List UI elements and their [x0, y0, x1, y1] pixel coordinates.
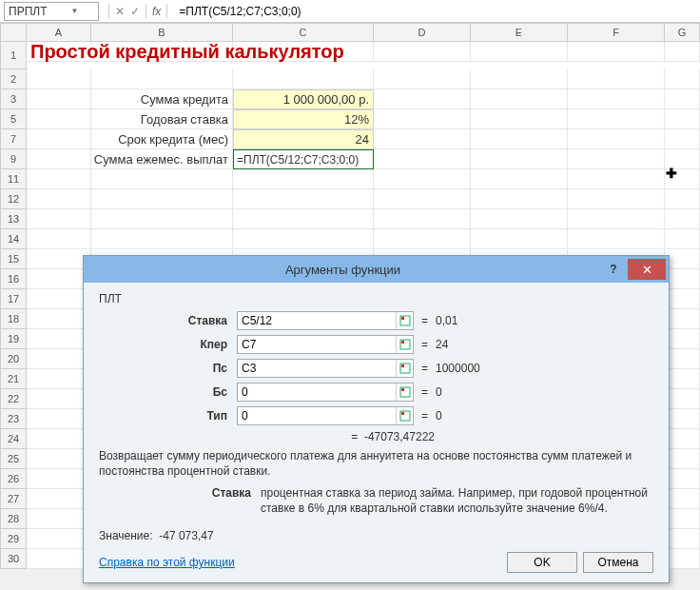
cell[interactable] [27, 429, 91, 449]
cell[interactable] [665, 249, 700, 269]
range-picker-icon[interactable] [396, 336, 413, 353]
cell[interactable] [27, 389, 91, 409]
cell[interactable] [471, 89, 568, 109]
cell[interactable] [27, 189, 91, 209]
cell[interactable] [27, 329, 91, 349]
arg-input[interactable] [238, 360, 396, 377]
cell[interactable] [27, 269, 91, 289]
cell[interactable] [665, 269, 700, 289]
cell[interactable] [27, 69, 91, 89]
cell[interactable] [568, 129, 665, 149]
cell-label[interactable]: Сумма кредита [91, 89, 233, 109]
row-header[interactable]: 18 [0, 309, 27, 329]
row-header[interactable]: 24 [0, 429, 27, 449]
cell[interactable] [471, 42, 568, 62]
cell-label[interactable]: Годовая ставка [91, 109, 233, 129]
cell[interactable] [27, 89, 91, 109]
cell[interactable] [91, 189, 233, 209]
dialog-titlebar[interactable]: Аргументы функции ? ✕ [84, 256, 669, 283]
dialog-help-button[interactable]: ? [602, 263, 625, 276]
ok-button[interactable]: OK [507, 552, 577, 573]
cell[interactable] [665, 529, 700, 549]
row-header[interactable]: 25 [0, 449, 27, 469]
cell[interactable] [665, 409, 700, 429]
cell[interactable] [665, 109, 700, 129]
cell[interactable] [665, 89, 700, 109]
cancel-formula-icon[interactable]: ✕ [115, 5, 125, 18]
row-header[interactable]: 14 [0, 229, 27, 249]
col-header[interactable]: A [27, 23, 91, 42]
cell[interactable] [665, 489, 700, 509]
cell[interactable] [27, 109, 91, 129]
row-header[interactable]: 5 [0, 109, 27, 129]
cell[interactable] [568, 169, 665, 189]
cell[interactable] [471, 109, 568, 129]
cell[interactable] [568, 149, 665, 169]
cell-label[interactable]: Сумма ежемес. выплат [91, 149, 233, 169]
active-cell[interactable]: =ПЛТ(C5/12;C7;C3;0;0) [233, 149, 374, 169]
col-header[interactable]: E [471, 23, 568, 42]
function-help-link[interactable]: Справка по этой функции [99, 556, 235, 569]
cell[interactable] [91, 229, 233, 249]
cell[interactable] [471, 129, 568, 149]
cell[interactable] [27, 509, 91, 529]
range-picker-icon[interactable] [396, 384, 413, 401]
cell[interactable] [233, 169, 374, 189]
arg-input[interactable] [238, 336, 396, 353]
cell[interactable] [374, 129, 471, 149]
cell[interactable] [665, 209, 700, 229]
cell[interactable] [27, 549, 91, 569]
row-header[interactable]: 15 [0, 249, 27, 269]
col-header[interactable]: F [568, 23, 665, 42]
col-header[interactable]: G [665, 23, 700, 42]
name-box[interactable]: ПРПЛТ ▼ [4, 2, 99, 21]
cell[interactable] [568, 189, 665, 209]
row-header[interactable]: 2 [0, 69, 27, 89]
accept-formula-icon[interactable]: ✓ [130, 5, 140, 18]
cell[interactable] [665, 369, 700, 389]
cell[interactable] [471, 69, 568, 89]
cell-value[interactable]: 1 000 000,00 р. [233, 89, 374, 109]
arg-input[interactable] [238, 312, 396, 329]
cell[interactable] [665, 549, 700, 569]
cell[interactable] [27, 529, 91, 549]
row-header[interactable]: 12 [0, 189, 27, 209]
cell[interactable] [568, 109, 665, 129]
cell[interactable] [27, 449, 91, 469]
cell[interactable] [374, 89, 471, 109]
col-header[interactable]: D [374, 23, 471, 42]
cell[interactable] [27, 409, 91, 429]
select-all-corner[interactable] [0, 23, 27, 42]
cell[interactable] [471, 149, 568, 169]
cell-value[interactable]: 24 [233, 129, 374, 149]
cell-value[interactable]: 12% [233, 109, 374, 129]
row-header[interactable]: 26 [0, 469, 27, 489]
cell[interactable] [374, 169, 471, 189]
cell[interactable] [233, 189, 374, 209]
cell[interactable] [91, 169, 233, 189]
row-header[interactable]: 13 [0, 209, 27, 229]
cell[interactable] [665, 189, 700, 209]
cell[interactable] [665, 349, 700, 369]
cell[interactable] [665, 509, 700, 529]
cell[interactable] [568, 229, 665, 249]
cell[interactable] [568, 89, 665, 109]
cell[interactable] [665, 329, 700, 349]
row-header[interactable]: 27 [0, 489, 27, 509]
cell[interactable] [665, 129, 700, 149]
cell[interactable] [568, 209, 665, 229]
cell[interactable] [665, 449, 700, 469]
cell[interactable] [27, 229, 91, 249]
cell[interactable] [27, 369, 91, 389]
cell[interactable] [27, 469, 91, 489]
cell[interactable] [27, 489, 91, 509]
cell[interactable] [233, 209, 374, 229]
formula-bar[interactable] [173, 2, 700, 21]
col-header[interactable]: B [91, 23, 233, 42]
cancel-button[interactable]: Отмена [583, 552, 653, 573]
row-header[interactable]: 19 [0, 329, 27, 349]
cell[interactable] [471, 229, 568, 249]
range-picker-icon[interactable] [396, 312, 413, 329]
cell[interactable] [27, 349, 91, 369]
cell[interactable] [665, 229, 700, 249]
